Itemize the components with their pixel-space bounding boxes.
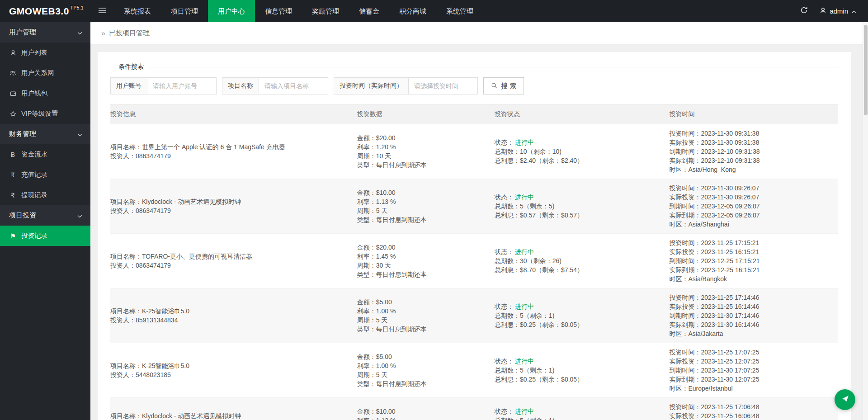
chevron-down-icon bbox=[77, 212, 82, 219]
logo-version: TP5.1 bbox=[71, 5, 84, 10]
status-value: 进行中 bbox=[515, 193, 534, 201]
actual-expire-time: 实际到期：2023-12-10 09:31:38 bbox=[669, 156, 832, 165]
interest: 总利息：$2.40（剩余：$2.40） bbox=[495, 156, 663, 165]
status-label: 状态： bbox=[495, 408, 514, 415]
sidebar-group-finance-management[interactable]: 财务管理 bbox=[0, 124, 90, 144]
periods: 总期数：10（剩余：10) bbox=[495, 147, 663, 156]
breadcrumb: » 已投项目管理 bbox=[90, 22, 868, 45]
search-panel-legend: 条件搜索 bbox=[114, 63, 148, 71]
status-line: 状态：进行中 bbox=[495, 193, 663, 202]
interest: 总利息：$0.25（剩余：$0.05） bbox=[495, 320, 663, 329]
project-name-input[interactable] bbox=[259, 78, 328, 94]
amount: 金额：$20.00 bbox=[357, 243, 488, 252]
cell-invest-data: 金额：$10.00 利率：1.13 % bbox=[357, 402, 495, 420]
sidebar: 用户管理 用户列表 用户关系网 用户钱包 VIP等级设置 财务管理 Ƀ 资金流水… bbox=[0, 22, 90, 420]
cell-invest-data: 金额：$20.00 利率：1.45 % 周期：30 天 类型：每日付息到期还本 bbox=[357, 238, 495, 283]
sidebar-item-label: 资金流水 bbox=[21, 150, 47, 159]
cell-invest-time: 投资时间：2023-11-25 17:14:46 实际投资：2023-11-25… bbox=[669, 293, 838, 338]
invest-time-input[interactable] bbox=[409, 78, 477, 94]
scrollbar-thumb[interactable] bbox=[864, 25, 868, 115]
cell-invest-info: 项目名称：K-25智能浴巾5.0 投资人：5448023185 bbox=[110, 348, 357, 393]
cell-invest-status: 状态：进行中 总期数：5（剩余：1) 总利息：$0.25（剩余：$0.05） bbox=[495, 293, 669, 338]
project-name: 项目名称：K-25智能浴巾5.0 bbox=[110, 361, 351, 370]
amount: 金额：$10.00 bbox=[357, 407, 488, 416]
sidebar-item-user-network[interactable]: 用户关系网 bbox=[0, 63, 90, 83]
nav-item-system-management[interactable]: 系统管理 bbox=[436, 0, 483, 22]
sidebar-item-user-wallet[interactable]: 用户钱包 bbox=[0, 83, 90, 104]
nav-item-points-mall[interactable]: 积分商城 bbox=[389, 0, 436, 22]
nav-item-system-report[interactable]: 系统报表 bbox=[114, 0, 161, 22]
search-button[interactable]: 搜 索 bbox=[483, 77, 524, 94]
sidebar-toggle-button[interactable] bbox=[90, 0, 114, 22]
periods: 总期数：5（剩余：5) bbox=[495, 202, 663, 211]
status-line: 状态：进行中 bbox=[495, 302, 663, 311]
payout-type: 类型：每日付息到期还本 bbox=[357, 215, 488, 224]
sidebar-item-user-list[interactable]: 用户列表 bbox=[0, 42, 90, 63]
timezone: 时区：Asia/Bangkok bbox=[669, 274, 832, 283]
expire-time: 到期时间：2023-12-10 09:31:38 bbox=[669, 147, 832, 156]
amount: 金额：$5.00 bbox=[357, 352, 488, 361]
sidebar-group-user-management[interactable]: 用户管理 bbox=[0, 22, 90, 42]
cell-invest-data: 金额：$5.00 利率：1.00 % 周期：5 天 类型：每日付息到期还本 bbox=[357, 293, 495, 338]
amount: 金额：$20.00 bbox=[357, 133, 488, 142]
expire-time: 到期时间：2023-12-05 09:26:07 bbox=[669, 202, 832, 211]
timezone: 时区：Asia/Jakarta bbox=[669, 329, 832, 338]
status-label: 状态： bbox=[495, 193, 514, 201]
topbar: GMOWEB3.0 TP5.1 系统报表 项目管理 用户中心 信息管理 奖励管理… bbox=[0, 0, 868, 22]
sidebar-item-fund-flow[interactable]: Ƀ 资金流水 bbox=[0, 144, 90, 165]
project-name: 项目名称：世界上第一个 Apple 认证的 6 合 1 MagSafe 充电器 bbox=[110, 142, 351, 151]
search-panel: 条件搜索 用户账号 项目名称 投资时间（实际时间） bbox=[110, 63, 838, 104]
amount: 金额：$10.00 bbox=[357, 188, 488, 197]
app-logo: GMOWEB3.0 TP5.1 bbox=[0, 0, 90, 22]
nav-item-user-center[interactable]: 用户中心 bbox=[208, 0, 255, 22]
rupee-icon: ₹ bbox=[9, 171, 17, 179]
table-body: 项目名称：世界上第一个 Apple 认证的 6 合 1 MagSafe 充电器 … bbox=[110, 124, 838, 420]
search-button-label: 搜 索 bbox=[501, 82, 516, 90]
sidebar-item-investment-records[interactable]: ⚑ 投资记录 bbox=[0, 226, 90, 246]
rate: 利率：1.20 % bbox=[357, 142, 488, 151]
nav-item-reward-management[interactable]: 奖励管理 bbox=[302, 0, 349, 22]
sidebar-item-label: 用户关系网 bbox=[21, 69, 54, 77]
table-row: 项目名称：K-25智能浴巾5.0 投资人：5448023185 金额：$5.00… bbox=[110, 343, 838, 398]
cell-invest-time: 投资时间：2023-11-25 17:15:21 实际投资：2023-11-25… bbox=[669, 238, 838, 283]
sidebar-item-label: 投资记录 bbox=[21, 231, 47, 240]
cycle: 周期：30 天 bbox=[357, 261, 488, 270]
status-value: 进行中 bbox=[515, 303, 534, 310]
cell-invest-time: 投资时间：2023-11-30 09:26:07 实际投资：2023-11-30… bbox=[669, 184, 838, 229]
sidebar-item-recharge-records[interactable]: ₹ 充值记录 bbox=[0, 165, 90, 185]
user-menu[interactable]: admin bbox=[820, 7, 856, 15]
status-label: 状态： bbox=[495, 358, 514, 365]
periods: 总期数：5（剩余：1) bbox=[495, 311, 663, 320]
breadcrumb-arrow-icon: » bbox=[101, 29, 105, 38]
sidebar-item-label: 提现记录 bbox=[21, 191, 47, 199]
project-name-field-label: 项目名称 bbox=[222, 78, 259, 94]
refresh-button[interactable] bbox=[800, 6, 808, 16]
interest: 总利息：$0.25（剩余：$0.05） bbox=[495, 375, 663, 384]
nav-item-savings[interactable]: 储蓄金 bbox=[349, 0, 389, 22]
actual-expire-time: 实际到期：2023-11-30 16:14:46 bbox=[669, 320, 832, 329]
col-header-invest-time: 投资时间 bbox=[669, 110, 838, 118]
invest-time-field-label: 投资时间（实际时间） bbox=[334, 78, 409, 94]
periods: 总期数：5（剩余：1) bbox=[495, 366, 663, 375]
col-header-invest-status: 投资状态 bbox=[495, 110, 669, 118]
nav-item-info-management[interactable]: 信息管理 bbox=[255, 0, 302, 22]
sidebar-group-project-investment[interactable]: 项目投资 bbox=[0, 205, 90, 226]
cell-invest-data: 金额：$20.00 利率：1.20 % 周期：10 天 类型：每日付息到期还本 bbox=[357, 129, 495, 174]
project-name: 项目名称：TOFARO-更小、更便携的可视耳清洁器 bbox=[110, 252, 351, 261]
project-name: 项目名称：Klydoclock - 动画艺术遇见模拟时钟 bbox=[110, 411, 351, 420]
status-value: 进行中 bbox=[515, 358, 534, 365]
back-to-top-button[interactable] bbox=[835, 389, 855, 410]
sidebar-item-vip-level[interactable]: VIP等级设置 bbox=[0, 104, 90, 124]
sidebar-item-withdrawal-records[interactable]: ₹ 提现记录 bbox=[0, 185, 90, 205]
payout-type: 类型：每日付息到期还本 bbox=[357, 379, 488, 388]
username: admin bbox=[830, 7, 848, 15]
account-input[interactable] bbox=[147, 78, 216, 94]
search-icon bbox=[491, 82, 497, 90]
periods: 总期数：30（剩余：26) bbox=[495, 256, 663, 265]
expire-time: 到期时间：2023-11-30 17:07:25 bbox=[669, 366, 832, 375]
project-name-field-group: 项目名称 bbox=[222, 77, 328, 94]
cell-invest-time: 投资时间：2023-11-25 17:06:48 实际投资：2023-11-25… bbox=[669, 402, 838, 420]
nav-item-project-management[interactable]: 项目管理 bbox=[161, 0, 208, 22]
table-row: 项目名称：K-25智能浴巾5.0 投资人：859131344834 金额：$5.… bbox=[110, 288, 838, 343]
flag-icon: ⚑ bbox=[9, 232, 17, 240]
